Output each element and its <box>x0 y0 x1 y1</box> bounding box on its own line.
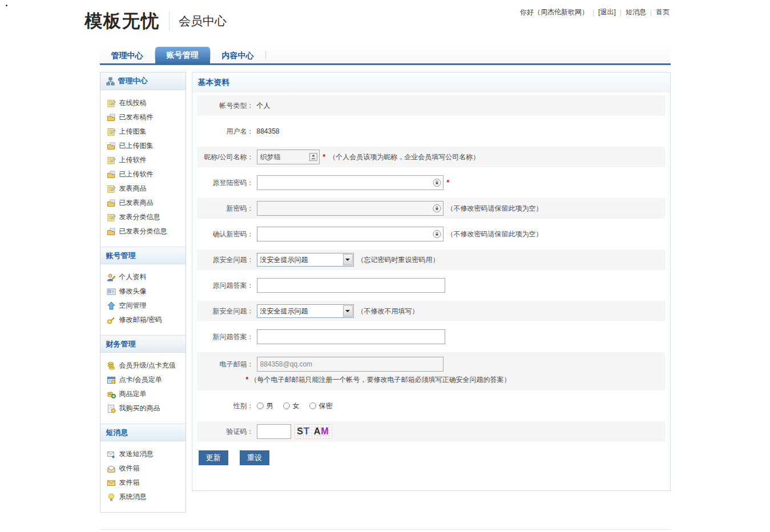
sidebar-item-purchased-products[interactable]: 我购买的商品 <box>100 401 186 416</box>
sidebar-header-messages: 短消息 <box>100 424 186 441</box>
sidebar-item-published-articles[interactable]: 已发布稿件 <box>100 110 186 124</box>
edit-note-icon <box>107 156 116 165</box>
chevron-down-icon[interactable] <box>343 254 353 265</box>
soft-keyboard-lock-icon[interactable] <box>433 204 441 213</box>
email-input[interactable] <box>257 357 444 372</box>
gender-option-secret[interactable]: 保密 <box>319 401 333 411</box>
row-confirm-password: 确认新密码： （不修改密码请保留此项为空） <box>197 224 666 244</box>
edit-note-icon <box>107 127 116 136</box>
id-card-icon <box>107 287 116 296</box>
sidebar-item-submit-article[interactable]: 在线投稿 <box>100 96 186 110</box>
sidebar-item-send-message[interactable]: 发送短消息 <box>100 447 186 461</box>
old-answer-input[interactable] <box>257 278 445 293</box>
sidebar-item-uploaded-galleries[interactable]: 已上传图集 <box>100 139 186 153</box>
chevron-down-icon[interactable] <box>343 305 353 317</box>
email-label: 电子邮箱： <box>197 360 254 369</box>
sidebar-item-post-classified[interactable]: 发表分类信息 <box>100 210 186 224</box>
sidebar-item-post-product[interactable]: 发表商品 <box>100 182 186 196</box>
new-answer-input[interactable] <box>257 329 445 344</box>
page-section-title: 会员中心 <box>179 13 227 29</box>
old-question-hint: （忘记密码时重设密码用） <box>357 255 440 265</box>
gender-radio-female[interactable] <box>283 402 290 409</box>
sidebar-item-inbox[interactable]: 收件箱 <box>100 461 186 475</box>
sidebar-item-posted-products[interactable]: 已发表商品 <box>100 196 186 210</box>
update-button[interactable]: 更新 <box>199 450 228 465</box>
coins-icon <box>107 361 116 370</box>
tab-divider <box>265 51 266 59</box>
captcha-input[interactable] <box>257 424 291 439</box>
sidebar-section-admin: 管理中心 在线投稿 已发布稿件 上传图集 已上传图集 上传软件 已上传软件 发表… <box>100 72 186 247</box>
sidebar-item-outbox[interactable]: 发件箱 <box>100 475 186 490</box>
new-question-select[interactable]: 没安全提示问题 <box>257 304 354 318</box>
captcha-label: 验证码： <box>197 427 254 437</box>
sidebar-item-upload-gallery[interactable]: 上传图集 <box>100 124 186 139</box>
link-separator: | <box>650 9 652 17</box>
sidebar-item-upload-software[interactable]: 上传软件 <box>100 153 186 167</box>
logo-row: 模板无忧 会员中心 <box>84 9 227 33</box>
home-link[interactable]: 首页 <box>656 7 670 17</box>
sidebar-item-upgrade-recharge[interactable]: 会员升级/点卡充值 <box>100 358 186 373</box>
nickname-hint: （个人会员该项为昵称，企业会员填写公司名称） <box>329 152 479 162</box>
required-star: * <box>246 376 249 384</box>
gender-radio-secret[interactable] <box>309 402 316 409</box>
sidebar-item-uploaded-software[interactable]: 已上传软件 <box>100 167 186 182</box>
sidebar-header-admin: 管理中心 <box>100 72 186 90</box>
key-icon <box>107 316 116 325</box>
sidebar-section-account: 账号管理 个人资料 修改头像 空间管理 修改邮箱/密码 <box>100 247 186 335</box>
sidebar-item-posted-classified[interactable]: 已发表分类信息 <box>100 224 186 239</box>
folder-doc-icon <box>107 142 116 151</box>
sidebar-item-change-avatar[interactable]: 修改头像 <box>100 284 186 299</box>
send-mail-icon <box>107 450 116 459</box>
logout-link[interactable]: [退出] <box>598 7 616 17</box>
new-question-label: 新安全问题： <box>197 307 254 316</box>
tab-admin-center[interactable]: 管理中心 <box>100 47 155 63</box>
link-separator: | <box>592 9 594 17</box>
confirm-password-input[interactable] <box>257 227 444 241</box>
old-question-label: 原安全问题： <box>197 255 254 265</box>
sidebar-item-profile[interactable]: 个人资料 <box>100 270 186 284</box>
old-password-label: 原登陆密码： <box>197 178 254 188</box>
tab-content-center[interactable]: 内容中心 <box>211 47 265 63</box>
card-table-icon <box>107 376 116 385</box>
row-gender: 性别： 男 女 保密 <box>197 396 666 416</box>
sidebar-item-change-email-password[interactable]: 修改邮箱/密码 <box>100 313 186 327</box>
tab-account-management[interactable]: 账号管理 <box>155 47 210 63</box>
row-new-question: 新安全问题： 没安全提示问题 （不修改不用填写） <box>197 301 666 321</box>
link-separator: | <box>620 9 622 17</box>
gender-option-female[interactable]: 女 <box>293 401 300 411</box>
new-password-label: 新密码： <box>197 204 254 213</box>
sidebar-item-product-orders[interactable]: 商品定单 <box>100 387 186 401</box>
sidebar-item-system-messages[interactable]: 系统消息 <box>100 490 186 504</box>
account-type-label: 帐号类型： <box>197 101 254 111</box>
new-question-hint: （不修改不用填写） <box>357 307 419 316</box>
old-question-select[interactable]: 没安全提示问题 <box>257 253 354 267</box>
messages-link[interactable]: 短消息 <box>626 7 646 17</box>
row-new-answer: 新问题答案： <box>197 327 666 347</box>
top-links: 你好（周杰伦新歌网） | [退出] | 短消息 | 首页 <box>520 7 670 17</box>
gender-option-male[interactable]: 男 <box>267 401 273 411</box>
captcha-image[interactable]: S T A M <box>295 424 332 439</box>
reset-button[interactable]: 重设 <box>240 450 269 465</box>
row-nickname: 昵称/公司名称： * （个人会员该项为昵称，企业会员填写公司名称） <box>197 147 666 167</box>
bulb-icon <box>107 493 116 502</box>
gender-radio-male[interactable] <box>257 402 264 409</box>
old-password-input[interactable] <box>257 175 444 190</box>
nickname-picker-icon[interactable] <box>309 153 317 161</box>
folder-doc-icon <box>107 113 116 122</box>
new-password-input[interactable] <box>257 201 444 216</box>
gender-label: 性别： <box>197 401 254 411</box>
folder-doc-icon <box>107 170 116 179</box>
soft-keyboard-lock-icon[interactable] <box>433 179 441 187</box>
new-password-hint: （不修改密码请保留此项为空） <box>447 204 543 213</box>
sidebar-item-card-member-orders[interactable]: 点卡/会员定单 <box>100 373 186 387</box>
sidebar-section-title: 管理中心 <box>118 76 148 86</box>
soft-keyboard-lock-icon[interactable] <box>433 230 441 239</box>
sidebar-section-title: 财务管理 <box>106 339 136 349</box>
row-old-password: 原登陆密码： * <box>197 172 666 193</box>
sidebar-item-space-management[interactable]: 空间管理 <box>100 299 186 313</box>
user-edit-icon <box>107 273 116 282</box>
row-old-question: 原安全问题： 没安全提示问题 （忘记密码时重设密码用） <box>197 249 666 270</box>
main-tabs: 管理中心 账号管理 内容中心 <box>100 47 671 65</box>
greeting-text[interactable]: 你好（周杰伦新歌网） <box>520 7 588 17</box>
row-email: 电子邮箱： * （每个电子邮邮箱只能注册一个帐号，要修改电子邮箱必须填写正确安全… <box>197 352 666 390</box>
